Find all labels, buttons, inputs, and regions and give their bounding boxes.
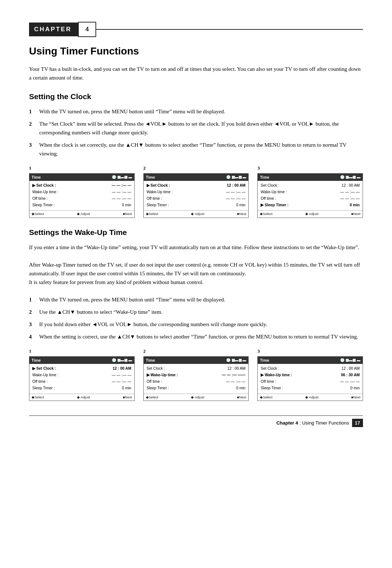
- tv-row: Wake-Up time :— — :— —: [32, 372, 131, 378]
- tv-row-label: Off time :: [32, 195, 48, 202]
- tv-row-value: — — :— —: [112, 378, 131, 385]
- tv-footer: ◆Select◆ Adjust■Next: [29, 210, 134, 217]
- tv-row-value: — — :— —: [340, 378, 360, 385]
- tv-row: Off time :— — :— —: [261, 378, 360, 385]
- tv-footer: ◆Select◆ Adjust■Next: [29, 394, 134, 401]
- tv-footer: ◆Select◆ Adjust■Next: [258, 394, 363, 401]
- tv-row: Wake-Up time :— — :— —: [261, 189, 360, 195]
- tv-row-value: 0 min: [122, 202, 131, 208]
- tv-row-value: 0 min: [122, 385, 131, 391]
- page-footer: Chapter 4 : Using Timer Functions 17: [29, 415, 363, 427]
- tv-row-label: Sleep Timer :: [32, 385, 55, 391]
- tv-row: ▶ Wake-Up time :— — :— ——: [147, 372, 246, 378]
- tv-body: Set Clock :12 : 00 AM Wake-Up time :— — …: [258, 181, 363, 209]
- tv-row-value: — — :— —: [226, 195, 246, 202]
- tv-footer-item: ◆Select: [32, 211, 44, 216]
- tv-body: Set Clock :12 : 00 AM▶ Wake-Up time :06 …: [258, 364, 363, 392]
- tv-row: Off time :— — :— —: [147, 378, 246, 385]
- tv-row-label: ▶ Set Clock :: [32, 182, 56, 189]
- chapter-number: 4: [78, 22, 96, 37]
- tv-header-title: Time: [146, 174, 224, 180]
- tv-row-value: 12 : 00 AM: [227, 365, 245, 372]
- tv-row-label: Set Clock :: [261, 182, 279, 189]
- tv-row-label: Sleep Timer :: [147, 202, 169, 208]
- screen-wrap: 1Time🕘 ▩▬▩ ▬▶ Set Clock :12 : 00 AM Wake…: [29, 348, 135, 401]
- step-item: 2The “Set Clock” item will be selected. …: [29, 119, 363, 137]
- tv-row-label: Wake-Up time :: [261, 189, 287, 195]
- step-item: 4When the setting is correct, use the ▲C…: [29, 332, 363, 341]
- tv-body: ▶ Set Clock :12 : 00 AM Wake-Up time :— …: [29, 364, 134, 392]
- tv-row-label: Wake-Up time :: [32, 189, 58, 195]
- screen-label: 1: [29, 348, 135, 355]
- tv-footer: ◆Select◆ Adjust■Next: [258, 210, 363, 217]
- page-title: Using Timer Functions: [29, 44, 363, 59]
- tv-header: Time🕘 ▩▬▩ ▬: [29, 174, 134, 181]
- tv-row: ▶ Wake-Up time :06 : 30 AM: [261, 372, 360, 378]
- screen-wrap: 3Time🕘 ▩▬▩ ▬ Set Clock :12 : 00 AM Wake-…: [257, 165, 363, 218]
- tv-footer-item: ■Next: [123, 211, 132, 216]
- tv-row: Wake-Up time :— — :— —: [147, 189, 246, 195]
- step-number: 1: [29, 107, 39, 116]
- chapter-header: CHAPTER 4: [29, 22, 363, 37]
- tv-screen: Time🕘 ▩▬▩ ▬ Set Clock :12 : 00 AM▶ Wake-…: [143, 356, 249, 401]
- section2-screens: 1Time🕘 ▩▬▩ ▬▶ Set Clock :12 : 00 AM Wake…: [29, 348, 363, 401]
- tv-footer-item: ◆Select: [260, 211, 272, 216]
- tv-row-value: 0 min: [236, 385, 246, 391]
- footer-page: 17: [352, 419, 363, 427]
- tv-row: Off time :— — :— —: [261, 195, 360, 202]
- tv-row-label: Off time :: [261, 378, 276, 385]
- tv-footer-item: ■Next: [351, 395, 360, 400]
- tv-header-title: Time: [32, 174, 110, 180]
- step-number: 3: [29, 141, 39, 158]
- tv-row-label: Off time :: [32, 378, 48, 385]
- tv-footer-item: ◆ Adjust: [191, 211, 204, 216]
- tv-screen: Time🕘 ▩▬▩ ▬▶ Set Clock :12 : 00 AM Wake-…: [143, 173, 249, 218]
- section1-screens: 1Time🕘 ▩▬▩ ▬▶ Set Clock :— — :— — Wake-U…: [29, 165, 363, 218]
- tv-footer-item: ◆ Adjust: [191, 395, 204, 400]
- screen-label: 2: [143, 165, 249, 172]
- tv-row: Off time :— — :— —: [32, 378, 131, 385]
- step-content: When the clock is set correctly, use the…: [39, 141, 363, 158]
- tv-screen: Time🕘 ▩▬▩ ▬▶ Set Clock :— — :— — Wake-Up…: [29, 173, 135, 218]
- tv-footer-item: ◆Select: [146, 395, 158, 400]
- tv-row-label: Off time :: [261, 195, 276, 202]
- tv-row: Set Clock :12 : 00 AM: [147, 365, 246, 372]
- section1-heading: Setting the Clock: [29, 91, 363, 102]
- tv-row-value: — — :— —: [226, 189, 246, 195]
- tv-row: Wake-Up time :— — :— —: [32, 189, 131, 195]
- step-item: 1With the TV turned on, press the MENU b…: [29, 107, 363, 116]
- tv-row-label: Sleep Timer :: [261, 385, 283, 391]
- step-number: 3: [29, 320, 39, 329]
- tv-row: ▶ Set Clock :12 : 00 AM: [147, 182, 246, 189]
- tv-row-value: — — :— —: [112, 189, 131, 195]
- tv-row-value: 12 : 00 AM: [113, 365, 131, 372]
- tv-row: Off time :— — :— —: [32, 195, 131, 202]
- tv-row-value: 0 min: [350, 385, 360, 391]
- tv-row-label: ▶ Set Clock :: [32, 365, 56, 372]
- tv-header: Time🕘 ▩▬▩ ▬: [144, 357, 249, 364]
- tv-row: Sleep Timer :0 min: [32, 202, 131, 208]
- screen-label: 3: [257, 165, 363, 172]
- tv-header-title: Time: [32, 357, 110, 364]
- tv-header: Time🕘 ▩▬▩ ▬: [29, 357, 134, 364]
- tv-row-value: — — :— —: [112, 372, 131, 378]
- section2-steps: 1With the TV turned on, press the MENU b…: [29, 295, 363, 341]
- footer-chapter-desc: : Using Timer Functions: [299, 420, 349, 426]
- tv-row-label: Sleep Timer :: [147, 385, 169, 391]
- tv-footer-item: ◆ Adjust: [305, 395, 319, 400]
- tv-header-icons: 🕘 ▩▬▩ ▬: [226, 357, 246, 363]
- tv-row-value: — — :— —: [111, 182, 131, 189]
- tv-footer-item: ◆ Adjust: [305, 211, 319, 216]
- tv-row-label: ▶ Sleep Timer :: [261, 202, 289, 208]
- tv-row-value: 06 : 30 AM: [341, 372, 360, 378]
- tv-header-title: Time: [146, 357, 224, 364]
- tv-row: Set Clock :12 : 00 AM: [261, 365, 360, 372]
- tv-footer-item: ■Next: [237, 395, 246, 400]
- footer-text: Chapter 4 : Using Timer Functions: [276, 419, 349, 427]
- tv-row-value: 12 : 00 AM: [342, 182, 360, 189]
- tv-row-label: Set Clock :: [147, 365, 165, 372]
- tv-footer: ◆Select◆ Adjust■Next: [144, 394, 249, 401]
- tv-header-icons: 🕘 ▩▬▩ ▬: [112, 357, 132, 363]
- tv-screen: Time🕘 ▩▬▩ ▬ Set Clock :12 : 00 AM Wake-U…: [257, 173, 363, 218]
- tv-footer-item: ◆Select: [32, 395, 44, 400]
